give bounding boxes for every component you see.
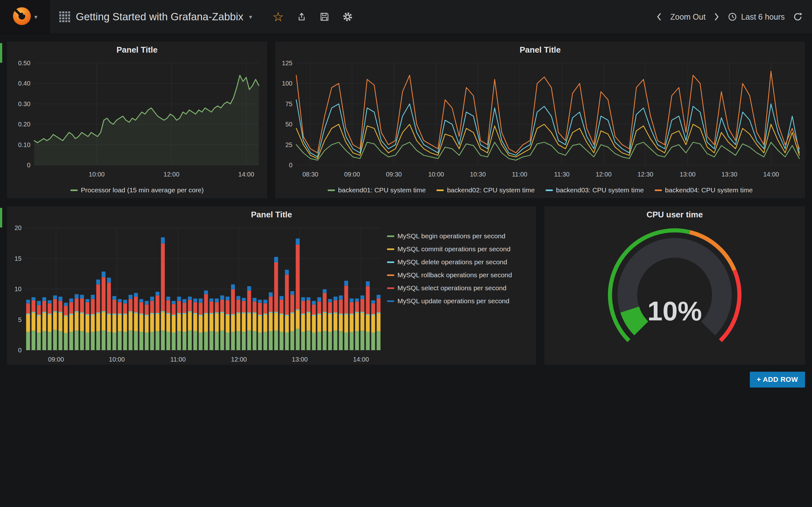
svg-text:12:00: 12:00 [164,171,180,178]
legend-item[interactable]: MySQL begin operations per second [387,232,536,240]
grafana-logo-icon [12,6,32,27]
cpu-user-time-gauge: 10% [544,223,805,366]
panel-title[interactable]: Panel Title [275,42,805,58]
add-row-button[interactable]: + ADD ROW [750,372,805,388]
chevron-left-icon[interactable] [656,12,662,21]
svg-text:10%: 10% [647,296,702,326]
dashboard-grid-icon [59,11,70,22]
chevron-down-icon: ▾ [249,13,252,20]
svg-text:15: 15 [14,255,21,262]
row-menu-tab[interactable] [0,43,2,63]
processor-load-chart[interactable]: 00.100.200.300.400.5010:0012:0014:00 [7,58,267,181]
panel-title[interactable]: CPU user time [544,206,805,223]
svg-text:10: 10 [14,285,21,292]
svg-text:0.50: 0.50 [18,60,31,66]
svg-text:11:00: 11:00 [512,171,527,178]
svg-text:0: 0 [18,347,21,354]
legend-label: backend02: CPU system time [447,186,535,194]
svg-text:0.10: 0.10 [18,141,31,148]
legend-item[interactable]: MySQL select operations per second [387,284,536,292]
mysql-operations-chart[interactable]: 0510152009:0010:0011:0012:0013:0014:00 [7,223,387,366]
legend-swatch [546,189,553,191]
legend-label: MySQL commit operations per second [397,245,510,253]
dashboard-title-menu[interactable]: Getting Started with Grafana-Zabbix ▾ [50,0,262,34]
svg-text:12:30: 12:30 [638,171,653,178]
svg-text:10:00: 10:00 [109,356,125,363]
panel-processor-load: Panel Title 00.100.200.300.400.5010:0012… [7,42,267,198]
svg-text:12:00: 12:00 [231,356,247,363]
svg-text:75: 75 [286,101,293,107]
legend-label: MySQL update operations per second [397,297,509,305]
svg-text:125: 125 [282,60,293,66]
svg-text:11:00: 11:00 [170,356,186,363]
svg-text:10:00: 10:00 [428,171,444,178]
svg-text:100: 100 [282,80,293,87]
chevron-right-icon[interactable] [714,12,719,21]
dashboard-content: Panel Title 00.100.200.300.400.5010:0012… [0,34,812,395]
legend-item[interactable]: MySQL rollback operations per second [387,271,536,279]
svg-text:12:00: 12:00 [596,171,612,178]
legend-label: MySQL delete operations per second [397,258,507,266]
svg-text:0.30: 0.30 [18,101,31,107]
svg-text:08:30: 08:30 [302,171,318,178]
zoom-out-button[interactable]: Zoom Out [670,12,705,21]
svg-text:14:00: 14:00 [763,171,779,178]
time-range-picker[interactable]: Last 6 hours [728,12,785,21]
legend-label: MySQL rollback operations per second [397,271,512,279]
legend-label: MySQL begin operations per second [397,232,505,240]
legend-label: backend01: CPU system time [338,186,426,194]
clock-icon [728,12,737,21]
legend-label: backend04: CPU system time [665,186,753,194]
star-icon[interactable]: ☆ [272,10,284,23]
legend-item[interactable]: backend02: CPU system time [437,186,535,194]
svg-text:0: 0 [289,162,293,169]
navbar: ▾ Getting Started with Grafana-Zabbix ▾ … [0,0,812,34]
dashboard-title: Getting Started with Grafana-Zabbix [76,11,243,23]
gear-icon[interactable] [342,11,353,22]
legend-label: backend03: CPU system time [556,186,644,194]
legend-item[interactable]: MySQL commit operations per second [387,245,536,253]
svg-text:20: 20 [14,224,21,231]
legend-swatch [387,248,394,250]
svg-text:14:00: 14:00 [353,356,369,363]
legend-item[interactable]: backend01: CPU system time [328,186,426,194]
legend-swatch [387,262,394,263]
panel-title[interactable]: Panel Title [7,42,267,58]
svg-text:5: 5 [18,316,21,323]
legend-item[interactable]: backend04: CPU system time [655,186,753,194]
legend-item[interactable]: Processor load (15 min average per core) [70,186,204,194]
time-range-label: Last 6 hours [741,12,785,21]
panel-title[interactable]: Panel Title [7,206,536,223]
legend-swatch [328,189,335,191]
svg-text:0.40: 0.40 [18,80,31,87]
svg-text:10:00: 10:00 [89,171,105,178]
legend-swatch [437,189,444,191]
svg-text:13:00: 13:00 [292,356,308,363]
svg-text:0: 0 [27,162,31,169]
svg-text:09:00: 09:00 [344,171,360,178]
cpu-system-time-chart[interactable]: 025507510012508:3009:0009:3010:0010:3011… [275,58,805,181]
legend-item[interactable]: MySQL delete operations per second [387,258,536,266]
svg-text:09:00: 09:00 [48,356,64,363]
svg-text:50: 50 [286,121,293,128]
legend-item[interactable]: MySQL update operations per second [387,297,536,305]
legend: MySQL begin operations per second MySQL … [387,223,536,366]
refresh-icon[interactable] [793,12,803,21]
legend-label: MySQL select operations per second [397,284,507,292]
legend-swatch [655,189,662,191]
chevron-down-icon: ▾ [34,13,38,20]
share-icon[interactable] [297,12,307,22]
svg-text:09:30: 09:30 [386,171,402,178]
legend-item[interactable]: backend03: CPU system time [546,186,644,194]
svg-text:0.20: 0.20 [18,121,31,128]
panel-cpu-user-time-gauge: CPU user time 10% [544,206,805,365]
svg-text:13:00: 13:00 [680,171,696,178]
legend-swatch [70,189,78,191]
grafana-logo-button[interactable]: ▾ [0,0,50,34]
row-menu-tab[interactable] [0,208,2,228]
legend-swatch [387,235,394,237]
save-icon[interactable] [319,12,329,22]
legend-swatch [387,287,394,289]
panel-cpu-system-time: Panel Title 025507510012508:3009:0009:30… [275,42,805,198]
svg-text:14:00: 14:00 [238,171,254,178]
